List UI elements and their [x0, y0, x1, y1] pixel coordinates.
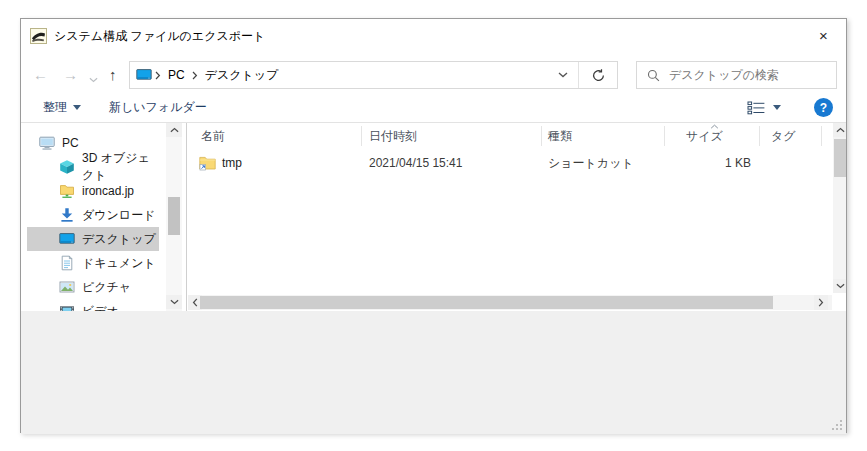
- details-view-icon: [747, 101, 766, 115]
- new-folder-button[interactable]: 新しいフォルダー: [109, 93, 207, 122]
- desktop-icon: [59, 231, 75, 247]
- scrollbar-thumb[interactable]: [168, 197, 180, 235]
- address-bar[interactable]: PC デスクトップ: [129, 61, 618, 89]
- history-dropdown-icon[interactable]: [89, 70, 98, 86]
- file-name: tmp: [222, 151, 242, 175]
- search-box[interactable]: デスクトップの検索: [636, 61, 837, 89]
- pane-splitter[interactable]: [186, 123, 187, 311]
- column-divider[interactable]: [821, 126, 822, 146]
- column-header-date[interactable]: 日付時刻: [369, 123, 417, 149]
- close-button[interactable]: ×: [801, 19, 846, 51]
- list-horizontal-scrollbar[interactable]: [188, 295, 832, 310]
- sidebar-item-downloads[interactable]: ダウンロード: [27, 203, 159, 227]
- scroll-down-icon[interactable]: [833, 279, 846, 293]
- search-placeholder: デスクトップの検索: [669, 67, 779, 84]
- scroll-down-icon[interactable]: [166, 295, 182, 309]
- column-divider[interactable]: [759, 126, 760, 146]
- breadcrumb-separator-icon: [192, 71, 198, 80]
- help-button[interactable]: ?: [814, 98, 833, 117]
- caret-down-icon: [73, 105, 81, 110]
- pc-icon: [39, 135, 55, 151]
- breadcrumb-desktop[interactable]: デスクトップ: [201, 67, 283, 84]
- sidebar-item-label: ironcad.jp: [82, 184, 134, 198]
- file-list: 名前 日付時刻 種類 サイズ タグ tmp 2021/04/15 15:41 シ…: [188, 123, 846, 311]
- address-dropdown-icon[interactable]: [558, 72, 568, 78]
- sidebar-item-label: ダウンロード: [82, 207, 155, 224]
- downloads-icon: [59, 207, 75, 223]
- caret-down-icon: [773, 105, 781, 110]
- column-divider[interactable]: [664, 126, 665, 146]
- export-dialog-window: システム構成 ファイルのエクスポート × ← → ↑ PC デスクトップ: [20, 18, 847, 433]
- scrollbar-thumb[interactable]: [834, 139, 846, 177]
- new-folder-label: 新しいフォルダー: [109, 99, 207, 116]
- 3d-objects-icon: [59, 159, 75, 175]
- scroll-right-icon[interactable]: [814, 295, 828, 310]
- sidebar-item-desktop[interactable]: デスクトップ: [27, 227, 159, 251]
- sidebar-item-label: ビデオ: [82, 303, 119, 312]
- forward-button[interactable]: →: [63, 67, 78, 83]
- sidebar-item-label: デスクトップ: [82, 231, 156, 248]
- breadcrumb-pc[interactable]: PC: [164, 68, 189, 82]
- up-button[interactable]: ↑: [109, 67, 117, 83]
- view-options-button[interactable]: [747, 93, 781, 122]
- navigation-pane: PC 3D オブジェクト ironcad.jp ダウンロード: [21, 123, 166, 311]
- sidebar-item-3d-objects[interactable]: 3D オブジェクト: [27, 155, 159, 179]
- scroll-up-icon[interactable]: [833, 123, 846, 137]
- organize-label: 整理: [43, 99, 67, 116]
- title-bar: システム構成 ファイルのエクスポート ×: [21, 19, 846, 53]
- command-bar: 整理 新しいフォルダー ?: [21, 93, 846, 123]
- dialog-footer: ファイル名(N): CAXADraft_202 * ファイルの種類(T): シス…: [21, 311, 846, 434]
- search-icon: [647, 69, 660, 82]
- list-vertical-scrollbar[interactable]: [833, 123, 846, 293]
- network-folder-icon: [59, 183, 75, 199]
- pictures-icon: [59, 279, 75, 295]
- sort-indicator-icon: [710, 124, 719, 129]
- file-size: 1 KB: [664, 151, 751, 175]
- documents-icon: [59, 255, 75, 271]
- app-icon: [30, 28, 47, 44]
- refresh-button[interactable]: [579, 62, 617, 88]
- file-type: ショートカット: [548, 151, 634, 175]
- dialog-content: PC 3D オブジェクト ironcad.jp ダウンロード: [21, 123, 846, 311]
- sidebar-item-documents[interactable]: ドキュメント: [27, 251, 159, 275]
- column-divider[interactable]: [361, 126, 362, 146]
- scroll-up-icon[interactable]: [166, 123, 182, 137]
- sidebar-item-label: ピクチャ: [82, 279, 131, 296]
- sidebar-item-label: PC: [62, 136, 79, 150]
- desktop-icon: [136, 67, 152, 83]
- file-date: 2021/04/15 15:41: [369, 151, 462, 175]
- sidebar-scrollbar[interactable]: [166, 123, 182, 311]
- organize-menu-button[interactable]: 整理: [43, 93, 81, 122]
- sidebar-item-pictures[interactable]: ピクチャ: [27, 275, 159, 299]
- sidebar-item-ironcad[interactable]: ironcad.jp: [27, 179, 159, 203]
- back-button[interactable]: ←: [33, 67, 48, 83]
- file-row-tmp[interactable]: tmp 2021/04/15 15:41 ショートカット 1 KB: [188, 151, 828, 175]
- column-header-tag[interactable]: タグ: [771, 123, 796, 149]
- videos-icon: [59, 303, 75, 311]
- sidebar-item-videos[interactable]: ビデオ: [27, 299, 159, 311]
- resize-grip[interactable]: [832, 420, 843, 431]
- breadcrumb-separator-icon: [155, 71, 161, 80]
- scrollbar-thumb[interactable]: [200, 296, 773, 309]
- column-header-name[interactable]: 名前: [201, 123, 225, 149]
- sidebar-item-label: ドキュメント: [82, 255, 156, 272]
- column-divider[interactable]: [541, 126, 542, 146]
- folder-shortcut-icon: [199, 155, 216, 171]
- column-header-type[interactable]: 種類: [548, 123, 572, 149]
- window-title: システム構成 ファイルのエクスポート: [54, 28, 265, 45]
